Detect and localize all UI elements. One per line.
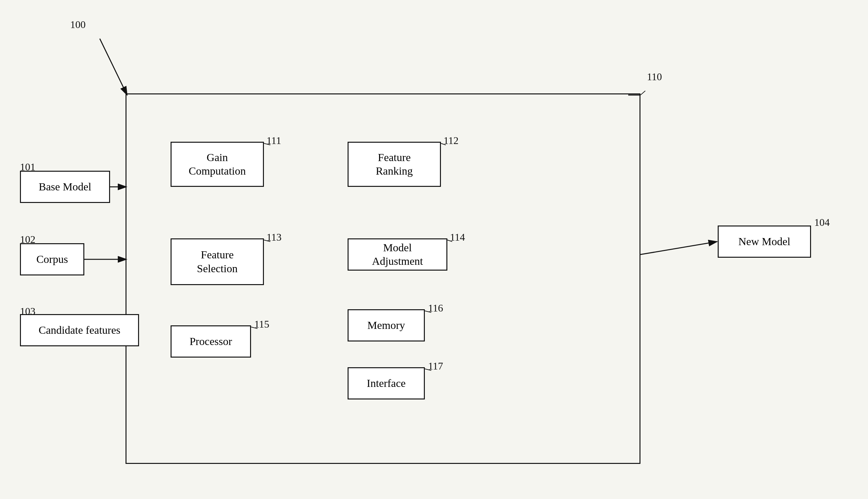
interface-box: Interface bbox=[348, 367, 425, 400]
new-model-box: New Model bbox=[718, 226, 811, 258]
svg-line-18 bbox=[640, 91, 645, 95]
ref-115: 115 bbox=[254, 318, 269, 330]
feature-selection-box: FeatureSelection bbox=[171, 239, 264, 285]
ref-103: 103 bbox=[20, 305, 35, 317]
ref-112: 112 bbox=[443, 135, 458, 147]
ref-101: 101 bbox=[20, 161, 35, 173]
ref-104: 104 bbox=[814, 217, 830, 228]
ref-114: 114 bbox=[450, 231, 465, 243]
ref-113: 113 bbox=[266, 231, 281, 243]
svg-line-4 bbox=[640, 242, 717, 255]
model-adjustment-box: ModelAdjustment bbox=[348, 239, 448, 271]
svg-line-0 bbox=[100, 39, 127, 95]
diagram: 100 110 Base Model 101 Corpus 102 Candid… bbox=[0, 0, 868, 499]
ref-111: 111 bbox=[266, 135, 281, 147]
ref-102: 102 bbox=[20, 233, 35, 245]
feature-ranking-box: FeatureRanking bbox=[348, 142, 441, 187]
ref-100: 100 bbox=[70, 19, 86, 31]
gain-computation-box: GainComputation bbox=[171, 142, 264, 187]
corpus-box: Corpus bbox=[20, 243, 84, 276]
candidate-features-box: Candidate features bbox=[20, 314, 139, 346]
memory-box: Memory bbox=[348, 309, 425, 341]
ref-116: 116 bbox=[428, 302, 443, 314]
ref-110: 110 bbox=[647, 71, 662, 83]
ref-117: 117 bbox=[428, 360, 443, 372]
processor-box: Processor bbox=[171, 325, 251, 357]
base-model-box: Base Model bbox=[20, 171, 110, 203]
